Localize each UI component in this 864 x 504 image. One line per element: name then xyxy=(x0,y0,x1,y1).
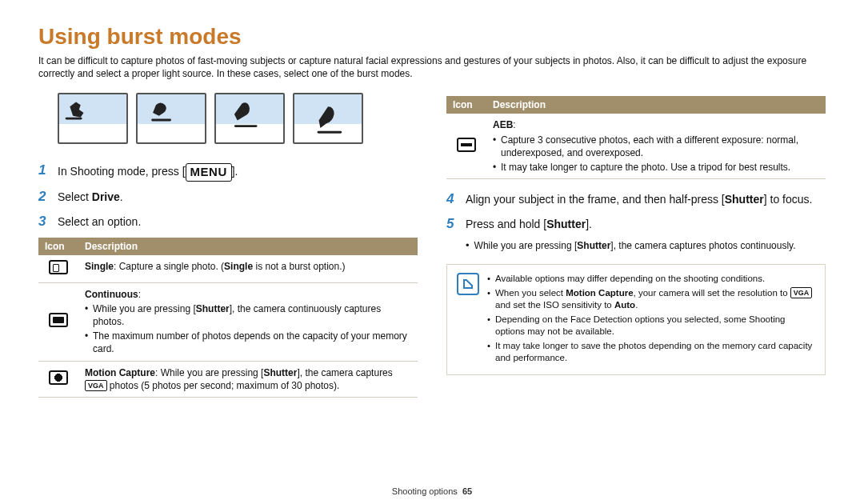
step-5: 5 Press and hold [Shutter]. xyxy=(446,215,826,234)
text: . xyxy=(635,300,638,310)
burst-illustration-row xyxy=(58,93,418,144)
text: , your camera will set the resolution to xyxy=(634,288,790,298)
table-header-row: Icon Description xyxy=(38,238,418,255)
shutter-label: Shutter xyxy=(725,193,764,206)
text: ]. xyxy=(586,218,592,230)
motion-icon-cell xyxy=(38,361,78,397)
page-title: Using burst modes xyxy=(38,24,826,50)
header-icon: Icon xyxy=(38,238,78,255)
text: photos (5 photos per second; maximum of … xyxy=(107,380,340,391)
step-text: Press and hold [Shutter]. xyxy=(466,215,592,234)
list-item: When you select Motion Capture, your cam… xyxy=(487,287,815,312)
text: ], the camera captures photos continuous… xyxy=(610,240,795,251)
left-column: 1 In Shooting mode, press [MENU]. 2 Sele… xyxy=(38,91,418,398)
steps-left: 1 In Shooting mode, press [MENU]. 2 Sele… xyxy=(38,162,418,230)
menu-button-icon: MENU xyxy=(186,163,232,181)
shutter-label: Shutter xyxy=(263,367,297,378)
aeb-mode-icon xyxy=(457,138,476,152)
svg-rect-0 xyxy=(66,118,82,120)
note-box: Available options may differ depending o… xyxy=(446,264,826,375)
table-header-row: Icon Description xyxy=(446,96,826,114)
step-number: 5 xyxy=(446,215,459,234)
step-number: 4 xyxy=(446,190,459,209)
section-name: Shooting options xyxy=(392,486,458,496)
note-list: Available options may differ depending o… xyxy=(487,273,815,366)
header-description: Description xyxy=(78,238,418,255)
step-5-sub-bullet: While you are pressing [Shutter], the ca… xyxy=(466,240,826,251)
text: Press and hold [ xyxy=(466,218,546,230)
motion-capture-mode-icon xyxy=(49,370,68,385)
step-number: 3 xyxy=(38,213,51,231)
step-text: Select Drive. xyxy=(58,188,123,206)
text: and set the ISO sensitivity to xyxy=(495,300,614,310)
page-footer: Shooting options 65 xyxy=(0,486,864,496)
header-icon: Icon xyxy=(446,96,486,114)
continuous-description: Continuous: While you are pressing [Shut… xyxy=(78,282,418,361)
list-item: It may take longer to capture the photo.… xyxy=(493,161,819,174)
text: : xyxy=(513,119,515,130)
text: is not a burst option.) xyxy=(253,261,345,272)
motion-description: Motion Capture: While you are pressing [… xyxy=(78,361,418,397)
step-text: In Shooting mode, press [MENU]. xyxy=(58,162,238,181)
note-info-icon xyxy=(457,273,479,295)
header-description: Description xyxy=(486,96,826,114)
list-item: The maximum number of photos depends on … xyxy=(85,330,411,355)
step-number: 1 xyxy=(38,162,51,181)
aeb-icon-cell xyxy=(446,114,486,178)
text: . xyxy=(120,190,123,203)
right-column: Icon Description AEB: Capture 3 consecut… xyxy=(446,91,826,398)
single-mode-icon xyxy=(49,260,68,274)
page-number: 65 xyxy=(462,486,472,496)
text: In Shooting mode, press [ xyxy=(58,165,186,178)
row-motion-capture: Motion Capture: While you are pressing [… xyxy=(38,361,418,397)
step-4: 4 Align your subject in the frame, and t… xyxy=(446,190,826,209)
text: Select xyxy=(58,190,92,203)
step-1: 1 In Shooting mode, press [MENU]. xyxy=(38,162,418,181)
content-columns: 1 In Shooting mode, press [MENU]. 2 Sele… xyxy=(38,91,826,398)
svg-rect-3 xyxy=(318,131,342,134)
row-single: Single: Capture a single photo. (Single … xyxy=(38,255,418,283)
aeb-bullets: Capture 3 consecutive photos, each with … xyxy=(493,134,819,174)
label: Continuous xyxy=(85,289,138,300)
list-item: Capture 3 consecutive photos, each with … xyxy=(493,134,819,159)
text: When you select xyxy=(495,288,566,298)
label: Single xyxy=(85,261,114,272)
label: Auto xyxy=(614,300,635,310)
shutter-label: Shutter xyxy=(577,240,610,251)
snowboard-frame-3 xyxy=(214,93,285,144)
manual-page: Using burst modes It can be difficult to… xyxy=(0,0,864,504)
text: ] to focus. xyxy=(764,193,813,206)
shutter-label: Shutter xyxy=(546,218,586,230)
label: Motion Capture xyxy=(85,367,155,378)
continuous-mode-icon xyxy=(49,313,68,327)
label: Motion Capture xyxy=(566,288,633,298)
text: While you are pressing [ xyxy=(474,240,578,251)
continuous-bullets: While you are pressing [Shutter], the ca… xyxy=(85,302,411,356)
row-continuous: Continuous: While you are pressing [Shut… xyxy=(38,282,418,361)
text: : xyxy=(138,289,141,300)
continuous-icon-cell xyxy=(38,282,78,361)
single-description: Single: Capture a single photo. (Single … xyxy=(78,255,418,283)
step-text: Select an option. xyxy=(58,213,141,231)
options-table-left: Icon Description Single: Capture a singl… xyxy=(38,238,418,398)
row-aeb: AEB: Capture 3 consecutive photos, each … xyxy=(446,114,826,178)
step-3: 3 Select an option. xyxy=(38,213,418,231)
text: While you are pressing [ xyxy=(93,303,196,314)
text: ]. xyxy=(232,165,238,178)
intro-paragraph: It can be difficult to capture photos of… xyxy=(38,54,826,80)
text: : While you are pressing [ xyxy=(155,367,263,378)
list-item: It may take longer to save the photos de… xyxy=(487,340,815,365)
step-text: Align your subject in the frame, and the… xyxy=(466,190,812,209)
snowboard-frame-4 xyxy=(293,93,363,144)
label: AEB xyxy=(493,119,513,130)
svg-rect-1 xyxy=(151,119,171,122)
step-2: 2 Select Drive. xyxy=(38,188,418,206)
list-item: While you are pressing [Shutter], the ca… xyxy=(85,302,411,328)
list-item: Depending on the Face Detection options … xyxy=(487,314,815,338)
text: Align your subject in the frame, and the… xyxy=(466,193,725,206)
svg-rect-2 xyxy=(234,126,258,128)
text: ], the camera captures xyxy=(297,367,392,378)
vga-badge-icon: VGA xyxy=(790,287,813,298)
vga-badge-icon: VGA xyxy=(85,380,107,391)
label: Single xyxy=(224,261,253,272)
